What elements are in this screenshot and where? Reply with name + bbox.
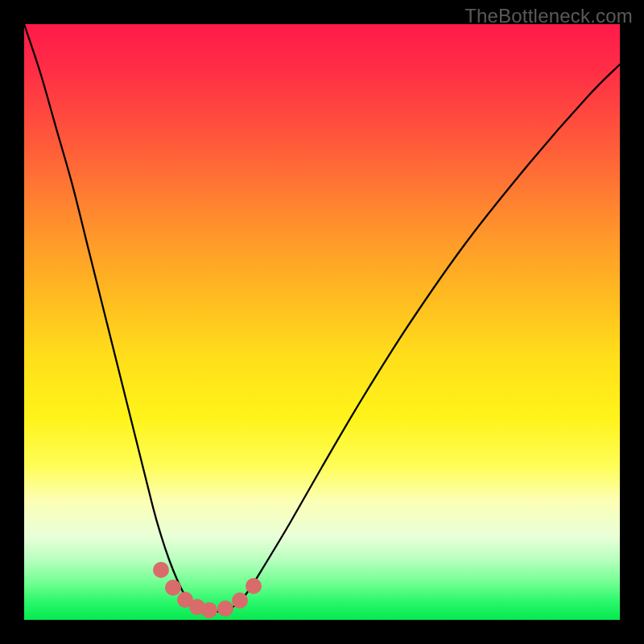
chart-svg xyxy=(24,24,620,620)
optimal-marker xyxy=(153,562,169,578)
optimal-marker xyxy=(201,602,217,618)
optimal-marker xyxy=(232,592,248,609)
bottleneck-curve xyxy=(24,24,620,612)
optimal-markers-group xyxy=(153,562,262,618)
plot-area xyxy=(24,24,620,620)
optimal-marker xyxy=(217,601,233,617)
optimal-marker xyxy=(246,578,262,594)
chart-frame: TheBottleneck.com xyxy=(0,0,644,644)
optimal-marker xyxy=(165,580,181,596)
